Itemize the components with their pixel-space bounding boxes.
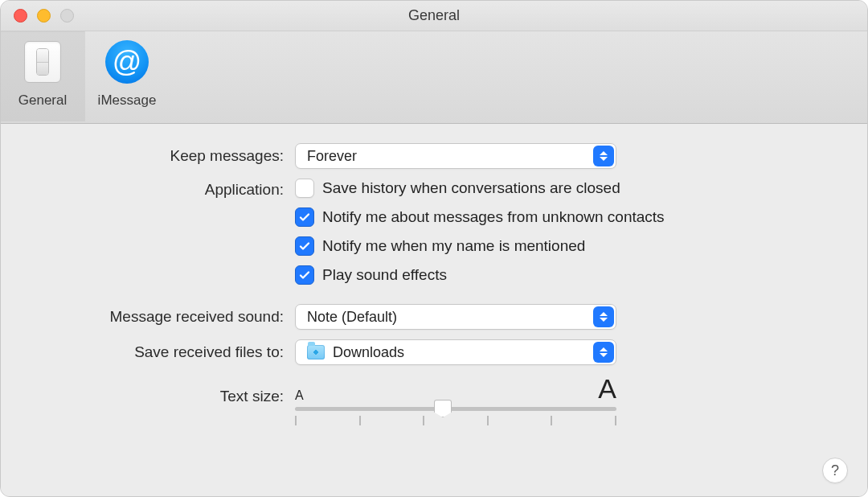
checkbox-row-notify-name: Notify me when my name is mentioned bbox=[295, 236, 585, 256]
row-text-size: Text size: A A bbox=[30, 375, 838, 425]
text-size-big-glyph: A bbox=[598, 375, 616, 402]
close-button[interactable] bbox=[14, 9, 27, 23]
row-received-sound: Message received sound: Note (Default) bbox=[30, 304, 838, 330]
checkbox-row-play-sound: Play sound effects bbox=[295, 265, 447, 285]
stepper-icon bbox=[593, 146, 614, 166]
play-sound-label: Play sound effects bbox=[322, 266, 447, 284]
notify-name-checkbox[interactable] bbox=[295, 236, 314, 256]
imessage-at-icon: @ bbox=[104, 39, 149, 84]
minimize-button[interactable] bbox=[37, 9, 51, 23]
text-size-slider[interactable]: A A bbox=[295, 375, 616, 425]
text-size-label: Text size: bbox=[30, 375, 295, 405]
general-switch-icon bbox=[20, 39, 65, 84]
toolbar: General @ iMessage bbox=[1, 31, 867, 124]
slider-ticks bbox=[295, 416, 616, 425]
tab-general[interactable]: General bbox=[1, 31, 85, 121]
check-icon bbox=[298, 211, 311, 224]
keep-messages-select[interactable]: Forever bbox=[295, 143, 616, 169]
folder-icon bbox=[307, 345, 325, 359]
save-files-value: Downloads bbox=[333, 344, 616, 361]
tab-general-label: General bbox=[18, 92, 67, 109]
received-sound-select[interactable]: Note (Default) bbox=[295, 304, 616, 330]
checkbox-row-notify-unknown: Notify me about messages from unknown co… bbox=[295, 207, 665, 227]
titlebar: General bbox=[1, 1, 867, 31]
application-label: Application: bbox=[30, 179, 295, 199]
keep-messages-value: Forever bbox=[307, 148, 616, 165]
window-title: General bbox=[1, 7, 867, 24]
general-pane: Keep messages: Forever Application: Save… bbox=[1, 124, 867, 497]
tab-imessage[interactable]: @ iMessage bbox=[85, 31, 170, 121]
stepper-icon bbox=[593, 306, 614, 327]
help-button[interactable]: ? bbox=[822, 458, 848, 483]
save-history-checkbox[interactable] bbox=[295, 179, 314, 198]
keep-messages-label: Keep messages: bbox=[30, 147, 295, 165]
check-icon bbox=[298, 269, 311, 281]
notify-name-label: Notify me when my name is mentioned bbox=[322, 237, 585, 255]
save-files-label: Save received files to: bbox=[30, 343, 295, 361]
row-keep-messages: Keep messages: Forever bbox=[30, 143, 838, 169]
text-size-small-glyph: A bbox=[295, 389, 304, 402]
save-history-label: Save history when conversations are clos… bbox=[322, 179, 620, 197]
traffic-lights bbox=[14, 9, 74, 23]
received-sound-value: Note (Default) bbox=[307, 309, 616, 326]
notify-unknown-label: Notify me about messages from unknown co… bbox=[322, 208, 665, 226]
save-files-select[interactable]: Downloads bbox=[295, 339, 616, 365]
stepper-icon bbox=[593, 342, 614, 363]
help-icon: ? bbox=[831, 462, 839, 479]
preferences-window: General General @ iMessage Keep messages… bbox=[0, 0, 868, 497]
check-icon bbox=[298, 240, 311, 253]
slider-track bbox=[295, 407, 616, 411]
slider-thumb[interactable] bbox=[434, 400, 452, 417]
row-save-files: Save received files to: Downloads bbox=[30, 339, 838, 365]
play-sound-checkbox[interactable] bbox=[295, 265, 314, 285]
checkbox-row-save-history: Save history when conversations are clos… bbox=[295, 179, 620, 198]
notify-unknown-checkbox[interactable] bbox=[295, 207, 314, 227]
row-application: Application: Save history when conversat… bbox=[30, 179, 838, 294]
tab-imessage-label: iMessage bbox=[98, 92, 157, 109]
received-sound-label: Message received sound: bbox=[30, 308, 295, 326]
maximize-button[interactable] bbox=[60, 9, 74, 23]
